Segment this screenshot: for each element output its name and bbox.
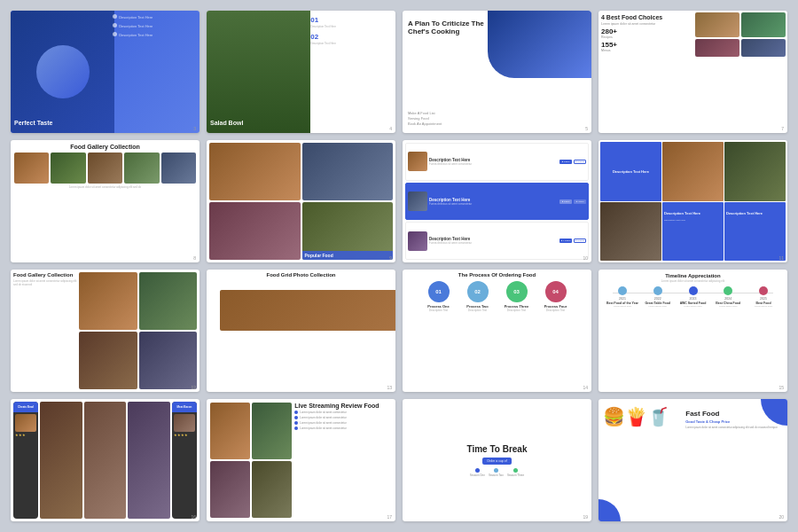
slide-8-img-2: [51, 153, 85, 184]
slide-15-year-2: 2022: [654, 297, 661, 301]
slide-15-desc-1: Lorem ipsum dolor: [614, 305, 632, 308]
slide-17-bullet-1: [294, 411, 298, 414]
slide-10-btn-2[interactable]: ● Cheese: [574, 160, 586, 164]
slide-19-sessions: Session One Session Two Session Three: [470, 468, 524, 477]
slide-17-item-3: Lorem ipsum dolor sit amet consectetur: [294, 421, 392, 425]
slide-10-img-1: [408, 152, 427, 171]
slide-10-btns-2: ● Pepsi ● Attach: [559, 200, 586, 204]
slide-20-food-emoji: 🍔🍟🥤: [603, 406, 669, 427]
slide-15-titem-1: 2021 Best Food of the Year Lorem ipsum d…: [606, 286, 639, 308]
slide-12-img-4: [139, 332, 197, 389]
slide-16-phone2-stars: ★★★★: [174, 433, 195, 437]
slide-10-number: 10: [583, 255, 588, 261]
slide-7-img-2: [741, 12, 786, 37]
slide-15-titem-4: 2024 Best China Food Lorem ipsum dolor: [711, 286, 745, 308]
slide-10-desc-1: Furina delectus sit amet consectetur: [429, 162, 558, 166]
slide-15-timeline: 2021 Best Food of the Year Lorem ipsum d…: [602, 286, 784, 308]
slide-15: Timeline Appreciation Lorem ipsum dolor …: [598, 270, 787, 392]
slide-12-left: Food Gallery Collection Lorem ipsum dolo…: [13, 272, 77, 389]
slide-8-number: 8: [193, 255, 196, 261]
slide-8-img-3: [88, 153, 122, 184]
slide-5-sub2: Serving Food: [408, 116, 442, 121]
slide-8-title: Food Gallery Collection: [14, 144, 196, 150]
slide-10-btns-1: ● Pepsi ● Cheese: [559, 160, 586, 164]
slide-19-session-2: Session Two: [489, 468, 504, 477]
slide-15-title: Timeline Appreciation: [602, 273, 784, 278]
slide-15-dot-5: [759, 286, 768, 295]
slide-9-img-3: [209, 202, 301, 260]
slide-17-litem-1: [210, 403, 250, 459]
slide-16-phone1-body: ★★★: [13, 412, 38, 519]
slide-10-card-1: Description Text Here Furina delectus si…: [405, 143, 589, 181]
slide-5-number: 5: [585, 126, 588, 131]
slide-17-bullet-4: [294, 426, 298, 430]
slide-7-stat2-label: Menus: [601, 49, 692, 52]
slide-7-img-1: [695, 12, 739, 37]
slide-10-btn-1[interactable]: ● Pepsi: [559, 160, 572, 164]
slide-7-images: [695, 12, 786, 57]
slide-19-session-1: Session One: [470, 468, 485, 477]
slide-15-titem-5: 2025 Best Food Lorem ipsum dolor: [747, 286, 780, 308]
slide-10-text-1: Description Text Here Furina delectus si…: [429, 158, 558, 166]
slide-16-phone1-stars: ★★★: [15, 433, 36, 437]
slide-11-item-3: [724, 142, 786, 201]
slide-19-dot-1: [475, 468, 480, 473]
slide-17-item-2: Lorem ipsum dolor sit amet consectetur: [294, 416, 392, 419]
slide-9-img-1: [209, 143, 301, 200]
slide-7-img-4: [741, 39, 786, 57]
slide-13-title: Food Grid Photo Collection: [209, 272, 393, 278]
slide-7-stat1: 280+: [601, 27, 692, 35]
slide-5-sub3: Book An Appointment: [408, 121, 442, 126]
slide-7-stat2: 155+: [601, 41, 692, 49]
slide-15-desc-2: Lorem ipsum dolor: [648, 305, 667, 308]
slide-8-img-1: [14, 153, 49, 184]
slide-19-btn[interactable]: Order a cup of: [482, 458, 511, 465]
slide-10-btn-5[interactable]: ● 1 Pepsi: [559, 239, 572, 243]
slide-15-dot-1: [618, 286, 627, 295]
slide-17-bullet-3: [294, 421, 298, 425]
slide-14-proc-3: 03 Process Three Description Text: [499, 281, 535, 312]
slide-9-banner: Popular Food: [302, 251, 394, 260]
slide-17-text-3: Lorem ipsum dolor sit amet consectetur: [300, 421, 347, 425]
slide-12: Food Gallery Collection Lorem ipsum dolo…: [11, 270, 200, 392]
slide-12-img-1: [79, 272, 137, 330]
slide-16: Cheats Bowl ★★★ Meat Bacon ★★★★ 16: [11, 399, 200, 521]
slide-16-fitem-2: [84, 402, 127, 519]
slide-17-bullet-2: [294, 416, 298, 419]
slide-20-number: 20: [778, 514, 784, 520]
slide-14-proc-1: 01 Process One Description Text: [421, 281, 457, 312]
slide-15-dot-4: [724, 286, 732, 295]
slide-5-header-image: [488, 11, 591, 78]
slide-15-subtitle: Lorem ipsum dolor sit amet consectetur a…: [602, 279, 784, 283]
slide-17-right: Live Streaming Review Food Lorem ipsum d…: [294, 403, 392, 518]
slide-17-item-4: Lorem ipsum dolor sit amet consectetur: [294, 426, 392, 430]
slide-15-number: 15: [778, 385, 784, 390]
slide-19-session-3: Session Three: [507, 468, 524, 477]
slide-15-year-4: 2024: [724, 297, 732, 301]
slide-16-phone-2: Meat Bacon ★★★★: [172, 402, 197, 519]
slide-10-btn-4[interactable]: ● Attach: [574, 200, 586, 204]
slide-10-card-3: Description Text Here Furina delectus si…: [405, 222, 589, 260]
slide-12-img-3: [79, 332, 137, 389]
slide-17-text-4: Lorem ipsum dolor sit amet consectetur: [300, 426, 347, 430]
slide-10-card-2: Description Text Here Furina delectus si…: [405, 183, 589, 221]
slide-7-title: 4 Best Food Choices: [601, 14, 692, 20]
slide-13-grid: [209, 279, 395, 341]
slide-17-number: 17: [387, 514, 392, 520]
slide-5-sub: Make A Food List Serving Food Book An Ap…: [408, 111, 442, 126]
slide-14-proc-4: 04 Process Four Description Text: [538, 281, 574, 312]
slide-14-desc-4: Description Text: [546, 309, 565, 312]
slide-10-btn-3[interactable]: ● Pepsi: [559, 200, 572, 204]
slide-17-litem-4: [252, 461, 292, 518]
slide-16-phone1-header: Cheats Bowl: [13, 402, 38, 412]
slide-19-session3-label: Session Three: [507, 473, 524, 477]
slide-14-desc-1: Description Text: [429, 309, 448, 312]
slide-8-img-4: [124, 153, 159, 184]
slide-14-desc-2: Description Text: [468, 309, 487, 312]
slide-3-item-1: Description Text Here: [113, 14, 198, 20]
slide-10-btn-6[interactable]: ● Cheese: [574, 239, 586, 243]
slide-15-titem-3: 2023 AWC Sorted Food Lorem ipsum dolor: [677, 286, 710, 308]
slide-10: Description Text Here Furina delectus si…: [403, 140, 591, 262]
slide-14-circle-4: 04: [545, 281, 567, 302]
slide-14-number: 14: [583, 385, 588, 390]
